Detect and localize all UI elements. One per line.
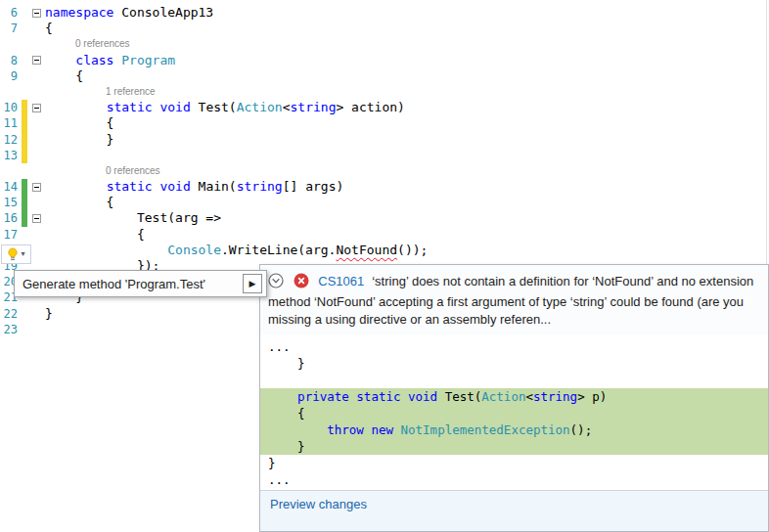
- code-token: <: [283, 100, 291, 114]
- code-text[interactable]: {: [45, 115, 113, 131]
- code-token: > p): [577, 389, 607, 404]
- code-line: 15 {: [0, 195, 769, 210]
- code-token: ...: [268, 339, 291, 354]
- quick-action-expand-button[interactable]: ▶: [243, 274, 262, 293]
- code-token: ...: [268, 472, 291, 487]
- line-number: 11: [0, 115, 18, 131]
- change-bar-empty: [22, 306, 27, 322]
- fold-collapse-button[interactable]: [32, 179, 43, 195]
- code-line: 9 {: [0, 68, 769, 84]
- fold-column: [32, 148, 43, 163]
- code-token: static: [107, 179, 153, 194]
- expand-chevron-icon[interactable]: [268, 273, 284, 293]
- fold-column: [32, 68, 43, 84]
- preview-line-added: {: [260, 405, 768, 421]
- code-line: 13: [0, 148, 769, 163]
- fold-minus-icon: [32, 56, 41, 65]
- tooltip-footer: Preview changes: [260, 490, 768, 531]
- codelens-label[interactable]: 1 reference: [106, 84, 156, 100]
- code-token: {: [268, 406, 305, 421]
- code-token: {: [45, 21, 53, 35]
- code-token: Main(: [191, 179, 237, 194]
- change-bar-empty: [22, 322, 27, 337]
- error-tooltip: CS1061‘string’ does not contain a defini…: [259, 264, 769, 532]
- code-token: Action: [237, 100, 283, 114]
- code-line: 7{: [0, 21, 769, 36]
- code-token: }: [268, 456, 276, 470]
- error-code[interactable]: CS1061: [318, 274, 364, 288]
- code-editor[interactable]: 6namespace ConsoleApp137{0 references8 c…: [0, 0, 769, 532]
- fold-column: [32, 306, 43, 322]
- code-token: ConsoleApp13: [113, 5, 213, 20]
- code-token: NotImplementedException: [401, 422, 570, 437]
- line-number: 14: [0, 179, 18, 195]
- code-text[interactable]: class Program: [45, 53, 175, 68]
- code-text[interactable]: namespace ConsoleApp13: [45, 5, 213, 21]
- code-text[interactable]: }: [45, 132, 113, 148]
- code-text[interactable]: {: [45, 227, 145, 243]
- fold-minus-icon: [32, 9, 41, 18]
- change-bar-empty: [22, 53, 27, 68]
- line-number: 7: [0, 21, 18, 36]
- error-squiggle-token: NotFound: [336, 243, 397, 257]
- fold-minus-icon: [32, 104, 41, 112]
- line-number: 15: [0, 195, 18, 210]
- code-text[interactable]: Console.WriteLine(arg.NotFound());: [45, 243, 428, 258]
- code-text[interactable]: {: [45, 195, 113, 210]
- fold-minus-icon: [32, 214, 41, 223]
- code-token: Test(arg =>: [45, 210, 221, 225]
- change-bar-unsaved: [22, 100, 27, 115]
- code-text[interactable]: Test(arg =>: [45, 210, 221, 226]
- code-line: 11 {: [0, 115, 769, 131]
- code-token: ());: [397, 243, 428, 257]
- codelens-label[interactable]: 0 references: [106, 163, 160, 179]
- code-token: Test(: [191, 100, 237, 114]
- code-token: [45, 179, 107, 194]
- code-token: throw: [327, 422, 364, 437]
- code-token: namespace: [45, 5, 113, 20]
- line-number: 6: [0, 5, 18, 21]
- code-text[interactable]: {: [45, 21, 53, 36]
- preview-line: }: [260, 455, 768, 471]
- change-bar-empty: [22, 21, 27, 36]
- change-bar-unsaved: [22, 132, 27, 148]
- codelens-row: 1 reference: [0, 84, 769, 100]
- code-token: Action: [481, 389, 525, 404]
- fold-column: [32, 322, 43, 337]
- quick-action-label[interactable]: Generate method 'Program.Test': [23, 277, 243, 291]
- editor-scrollbar[interactable]: [766, 0, 767, 264]
- fold-collapse-button[interactable]: [32, 53, 43, 68]
- code-token: private: [297, 389, 349, 404]
- code-token: void: [408, 389, 437, 404]
- code-text[interactable]: static void Test(Action<string> action): [45, 100, 405, 115]
- line-number: 17: [0, 227, 18, 243]
- code-token: string: [533, 389, 577, 404]
- change-bar-empty: [22, 5, 27, 21]
- code-token: {: [45, 115, 113, 130]
- line-number: 13: [0, 148, 18, 163]
- code-token: Program: [121, 53, 175, 67]
- code-text[interactable]: }: [45, 306, 53, 322]
- preview-line: }: [260, 355, 768, 372]
- code-token: {: [45, 68, 83, 83]
- code-token: Console: [167, 243, 221, 257]
- fold-column: [32, 115, 43, 131]
- code-text[interactable]: {: [45, 68, 83, 84]
- fold-collapse-button[interactable]: [32, 210, 43, 226]
- preview-changes-link[interactable]: Preview changes: [270, 497, 367, 511]
- code-line: 18 Console.WriteLine(arg.NotFound());: [0, 243, 769, 258]
- code-text[interactable]: static void Main(string[] args): [45, 179, 343, 195]
- quick-action-menu-item[interactable]: Generate method 'Program.Test' ▶: [14, 270, 267, 297]
- quick-actions-lightbulb[interactable]: ▾: [1, 244, 31, 264]
- fold-column: [32, 21, 43, 36]
- change-bar-saved: [22, 195, 27, 210]
- code-token: [393, 422, 401, 437]
- line-number: 16: [0, 210, 18, 226]
- codelens-row: 0 references: [0, 36, 769, 52]
- code-token: [45, 53, 75, 67]
- codelens-label[interactable]: 0 references: [75, 36, 130, 52]
- fold-collapse-button[interactable]: [32, 5, 43, 21]
- fold-collapse-button[interactable]: [32, 100, 43, 115]
- lightbulb-icon: [7, 247, 19, 261]
- preview-line-added: }: [260, 438, 768, 455]
